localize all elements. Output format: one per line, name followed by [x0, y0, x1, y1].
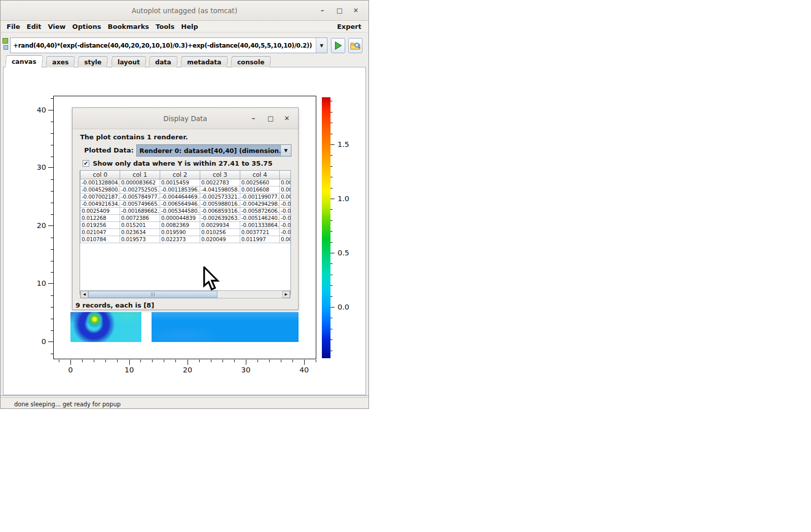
table-cell[interactable]: -0.007002187... — [81, 193, 120, 200]
table-cell[interactable]: -0.00 — [280, 200, 291, 207]
dialog-titlebar[interactable]: Display Data – □ ✕ — [72, 108, 298, 129]
menu-item-options[interactable]: Options — [72, 23, 101, 30]
plotted-data-combobox[interactable]: Renderer 0: dataset[40,40] (dimension...… — [136, 144, 291, 157]
column-header[interactable]: col 3 — [200, 171, 240, 179]
window-close-button[interactable]: ✕ — [350, 6, 361, 16]
scroll-left-button[interactable]: ◀ — [81, 291, 88, 298]
column-header[interactable]: col 2 — [160, 171, 200, 179]
table-cell[interactable]: -0.005749665... — [120, 200, 160, 207]
table-cell[interactable]: 0.010256 — [200, 229, 240, 236]
table-cell[interactable]: -0.005344580... — [160, 207, 200, 214]
table-cell[interactable]: 0.000044839 — [160, 214, 200, 221]
table-cell[interactable]: 0.022373 — [160, 236, 200, 243]
window-maximize-button[interactable]: □ — [334, 6, 345, 16]
menu-item-file[interactable]: File — [7, 23, 20, 30]
column-header[interactable]: col 4 — [240, 171, 280, 179]
table-cell[interactable]: 0.0015459 — [160, 179, 200, 186]
combo-dropdown-button[interactable]: ▼ — [280, 145, 291, 156]
column-header[interactable]: col 1 — [120, 171, 160, 179]
data-table-scrollpane[interactable]: col 0col 1col 2col 3col 4-0.001328804...… — [80, 170, 291, 295]
table-row[interactable]: 0.0107840.0195730.0223730.0200490.011997… — [81, 236, 291, 243]
table-row[interactable]: 0.0192560.0152010.00823690.0029934-0.001… — [81, 221, 291, 229]
table-row[interactable]: -0.007002187...-0.005784977...-0.0044644… — [81, 193, 291, 200]
dialog-close-button[interactable]: ✕ — [282, 113, 292, 124]
table-cell[interactable]: -0.002752505... — [120, 186, 160, 193]
table-cell[interactable]: 0.010784 — [81, 236, 120, 243]
horizontal-scrollbar[interactable]: ◀ ▶ — [80, 290, 290, 298]
table-cell[interactable]: -0.004529800... — [81, 186, 120, 193]
menu-item-view[interactable]: View — [48, 23, 65, 30]
table-cell[interactable]: -4.041598058... — [200, 186, 240, 193]
dialog-minimize-button[interactable]: – — [248, 113, 259, 124]
menu-item-help[interactable]: Help — [181, 23, 198, 30]
uri-input[interactable]: +rand(40,40)*(exp(-distance(40,40,20,20,… — [11, 42, 316, 49]
table-cell[interactable]: 0.00 — [280, 236, 291, 243]
table-cell[interactable]: -0.002573321... — [200, 193, 240, 200]
table-cell[interactable]: 0.00 — [280, 186, 291, 193]
table-cell[interactable]: 0.0029934 — [200, 221, 240, 229]
table-cell[interactable]: 0.015201 — [120, 221, 160, 229]
table-cell[interactable]: -0.006859316... — [200, 207, 240, 214]
table-cell[interactable]: -0.005988016... — [200, 200, 240, 207]
table-cell[interactable]: 0.0016608 — [240, 186, 280, 193]
table-row[interactable]: -0.004529800...-0.002752505...-0.0011853… — [81, 186, 291, 193]
scrollbar-thumb[interactable] — [88, 291, 217, 298]
table-cell[interactable]: -0.006564946... — [160, 200, 200, 207]
table-cell[interactable]: 0.0072386 — [120, 214, 160, 221]
table-cell[interactable]: 0.00 — [280, 193, 291, 200]
window-titlebar[interactable]: Autoplot untagged (as tomcat) – □ ✕ — [1, 1, 368, 21]
uri-dropdown-button[interactable]: ▼ — [316, 38, 327, 53]
menu-item-edit[interactable]: Edit — [27, 23, 42, 30]
table-cell[interactable]: -0.005784977... — [120, 193, 160, 200]
menu-expert[interactable]: Expert — [337, 23, 368, 30]
table-row[interactable]: 0.0122680.00723860.000044839-0.002639263… — [81, 214, 291, 221]
inspect-uri-button[interactable] — [348, 38, 362, 53]
go-button[interactable] — [331, 38, 345, 53]
menu-item-tools[interactable]: Tools — [156, 23, 174, 30]
table-cell[interactable]: -0.004464469... — [160, 193, 200, 200]
table-cell[interactable]: -0.00 — [280, 207, 291, 214]
table-cell[interactable]: -0.001333864... — [240, 221, 280, 229]
filter-checkbox[interactable]: ✔ — [83, 160, 89, 167]
column-header[interactable] — [280, 171, 291, 179]
table-cell[interactable]: -0.00 — [280, 214, 291, 221]
table-cell[interactable]: -0.001328804... — [81, 179, 120, 186]
tab-metadata[interactable]: metadata — [181, 56, 228, 67]
tab-data[interactable]: data — [149, 56, 178, 67]
tab-canvas[interactable]: canvas — [5, 55, 43, 67]
table-cell[interactable]: 0.0082369 — [160, 221, 200, 229]
table-cell[interactable]: -0.001199077... — [240, 193, 280, 200]
table-row[interactable]: -0.001328804...0.0000836620.00154590.002… — [81, 179, 291, 186]
table-cell[interactable]: 0.019590 — [160, 229, 200, 236]
table-cell[interactable]: -0.001689662... — [120, 207, 160, 214]
dialog-maximize-button[interactable]: □ — [266, 113, 276, 124]
tab-layout[interactable]: layout — [111, 56, 146, 67]
table-row[interactable]: 0.0025409-0.001689662...-0.005344580...-… — [81, 207, 291, 214]
table-cell[interactable]: 0.019256 — [81, 221, 120, 229]
menu-item-bookmarks[interactable]: Bookmarks — [108, 23, 150, 30]
table-cell[interactable]: -0.00 — [280, 229, 291, 236]
table-cell[interactable]: 0.0025660 — [240, 179, 280, 186]
plot-canvas[interactable]: 4030201000102030401.51.00.50.0 Display D… — [3, 67, 366, 395]
table-cell[interactable]: -0.004294298... — [240, 200, 280, 207]
table-cell[interactable]: -0.005872606... — [240, 207, 280, 214]
table-cell[interactable]: 0.021047 — [81, 229, 120, 236]
table-cell[interactable]: -0.00 — [280, 221, 291, 229]
tab-console[interactable]: console — [231, 56, 271, 67]
window-minimize-button[interactable]: – — [317, 6, 328, 16]
table-cell[interactable]: 0.020049 — [200, 236, 240, 243]
table-row[interactable]: -0.004921634...-0.005749665...-0.0065649… — [81, 200, 291, 207]
table-cell[interactable]: -0.005146240... — [240, 214, 280, 221]
table-cell[interactable]: 0.0025409 — [81, 207, 120, 214]
table-cell[interactable]: 0.0037721 — [240, 229, 280, 236]
table-cell[interactable]: 0.012268 — [81, 214, 120, 221]
table-cell[interactable]: 0.023634 — [120, 229, 160, 236]
table-row[interactable]: 0.0210470.0236340.0195900.0102560.003772… — [81, 229, 291, 236]
table-cell[interactable]: -0.001185396... — [160, 186, 200, 193]
scroll-right-button[interactable]: ▶ — [282, 291, 290, 298]
tab-axes[interactable]: axes — [46, 56, 75, 67]
tab-style[interactable]: style — [78, 56, 108, 67]
table-cell[interactable]: -0.004921634... — [81, 200, 120, 207]
column-header[interactable]: col 0 — [81, 171, 120, 179]
uri-combobox[interactable]: +rand(40,40)*(exp(-distance(40,40,20,20,… — [10, 37, 327, 53]
